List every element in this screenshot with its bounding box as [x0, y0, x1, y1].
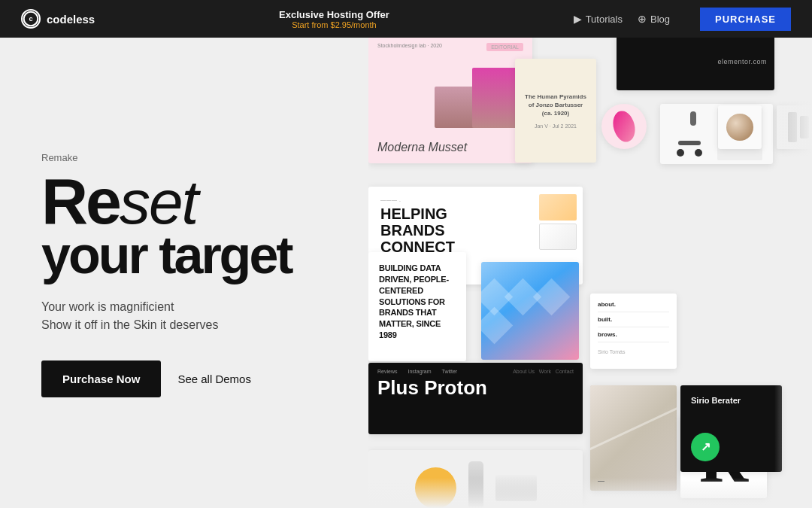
demo-card-geometric[interactable]: [481, 262, 579, 360]
sirio-arrow-icon: ↗: [701, 441, 710, 453]
proton-nav-about: About Us Work Contact: [513, 369, 574, 374]
hero-heading-line1: Reset: [41, 171, 338, 233]
about-divider2: [598, 327, 669, 327]
geo-diamond3: [533, 278, 570, 315]
remake-tag: Remake: [41, 152, 338, 163]
scooter-wheel-back: [695, 149, 702, 157]
hero-desc-line2: Show it off in the Skin it deserves: [41, 316, 338, 334]
hero-heading-line2: your target: [41, 229, 338, 281]
hero-description: Your work is magnificient Show it off in…: [41, 298, 338, 334]
svg-text:c: c: [29, 15, 32, 23]
logo-icon: c: [21, 9, 41, 29]
moderna-year: Stockholmdesign lab · 2020: [377, 43, 442, 51]
promo-subtitle: Start from $2.95/month: [292, 20, 377, 29]
geo-gradient: [481, 262, 579, 360]
navbar: c codeless Exclusive Hosting Offer Start…: [0, 0, 812, 38]
about-label-about: about.: [598, 301, 669, 308]
page-wrapper: c codeless Exclusive Hosting Offer Start…: [0, 0, 812, 508]
marble-label: —: [598, 477, 604, 485]
marble-inner: —: [590, 385, 677, 491]
scooter-wheel-front: [677, 149, 684, 157]
about-labels: about. built. brows. Sirio Tomás: [598, 301, 669, 354]
proton-title: Plus Proton: [368, 377, 583, 399]
youtube-icon: ▶: [574, 13, 582, 25]
shelf-piece: [800, 116, 809, 138]
demo-card-moderna[interactable]: Stockholmdesign lab · 2020 EDITORIAL Mod…: [368, 38, 532, 163]
moderna-title: Moderna Musset: [377, 141, 523, 154]
about-label-brows: brows.: [598, 331, 669, 338]
about-label-built: built.: [598, 316, 669, 323]
sirio-title: Sirio Berater: [691, 396, 771, 406]
geo-diamond4: [481, 306, 513, 343]
blog-label: Blog: [650, 14, 670, 25]
marble-stripe: [590, 391, 677, 467]
hero-desc-line1: Your work is magnificient: [41, 298, 338, 316]
nav-purchase-button[interactable]: PURCHASE: [700, 8, 791, 31]
demo-card-book[interactable]: The Human Pyramids of Jonzo Bartusser (c…: [515, 59, 596, 163]
brand-logo[interactable]: c codeless: [21, 9, 95, 29]
see-all-demos-link[interactable]: See all Demos: [177, 373, 251, 385]
scooter-image: [671, 111, 708, 157]
book-title: The Human Pyramids of Jonzo Bartusser (c…: [523, 93, 589, 118]
shelf-mini: [777, 105, 812, 149]
scooter-body: [678, 141, 701, 145]
geo-shapes: [481, 284, 579, 339]
proton-nav-twitter: Twitter: [442, 369, 458, 374]
demo-card-sphere2[interactable]: [777, 105, 812, 149]
dark-top-text: elementor.com: [717, 56, 767, 67]
sirio-green-button[interactable]: ↗: [691, 433, 720, 461]
hero-section: Remake Reset your target Your work is ma…: [0, 38, 368, 508]
cosmetic-bottle-tall: [468, 461, 483, 508]
wordpress-icon: ⊕: [638, 13, 647, 25]
demo-card-pill[interactable]: [601, 104, 647, 149]
brands-img2: [539, 224, 577, 250]
demo-card-sirio[interactable]: Sirio Berater ↗: [680, 385, 782, 472]
demo-card-building[interactable]: BUILDING DATA DRIVEN, PEOPLE-CENTERED SO…: [368, 252, 466, 361]
nav-links: ▶ Tutorials ⊕ Blog PURCHASE: [574, 8, 791, 31]
about-label-extra: Sirio Tomás: [598, 349, 669, 354]
book-author: Jan V · Jul 2 2021: [535, 123, 577, 129]
promo-block: Exclusive Hosting Offer Start from $2.95…: [279, 9, 389, 29]
citrus-orange: [415, 467, 456, 509]
brands-images: [539, 194, 577, 250]
demo-card-cosmetics[interactable]: [368, 450, 583, 508]
purchase-now-button[interactable]: Purchase Now: [41, 360, 161, 397]
about-divider1: [598, 312, 669, 312]
proton-nav: Reviews Instagram Twitter About Us Work …: [368, 363, 583, 377]
hero-actions: Purchase Now See all Demos: [41, 360, 338, 397]
proton-nav-reviews: Reviews: [377, 369, 397, 374]
moderna-tag: EDITORIAL: [486, 43, 523, 51]
building-text: BUILDING DATA DRIVEN, PEOPLE-CENTERED SO…: [379, 263, 456, 341]
brands-img1: [539, 194, 577, 221]
blog-link[interactable]: ⊕ Blog: [638, 13, 670, 25]
brand-name: codeless: [47, 13, 95, 26]
demo-card-marble[interactable]: —: [590, 385, 677, 491]
shelf-piece: [788, 112, 797, 142]
proton-nav-instagram: Instagram: [408, 369, 431, 374]
demo-mosaic: Stockholmdesign lab · 2020 EDITORIAL Mod…: [368, 38, 812, 508]
tutorials-label: Tutorials: [586, 14, 623, 25]
sphere-container: [718, 105, 762, 149]
demo-card-dark-top[interactable]: elementor.com: [617, 38, 774, 90]
about-divider3: [598, 342, 669, 342]
demo-card-sphere1[interactable]: [718, 105, 762, 149]
pill-shape: [610, 108, 638, 144]
demo-card-proton[interactable]: Reviews Instagram Twitter About Us Work …: [368, 363, 583, 434]
tutorials-link[interactable]: ▶ Tutorials: [574, 13, 623, 25]
demo-card-about[interactable]: about. built. brows. Sirio Tomás: [590, 294, 677, 369]
cosmetic-bottle-wide: [495, 475, 537, 501]
content-area: Remake Reset your target Your work is ma…: [0, 38, 812, 508]
sphere-ball: [726, 114, 753, 141]
promo-title: Exclusive Hosting Offer: [279, 9, 389, 20]
